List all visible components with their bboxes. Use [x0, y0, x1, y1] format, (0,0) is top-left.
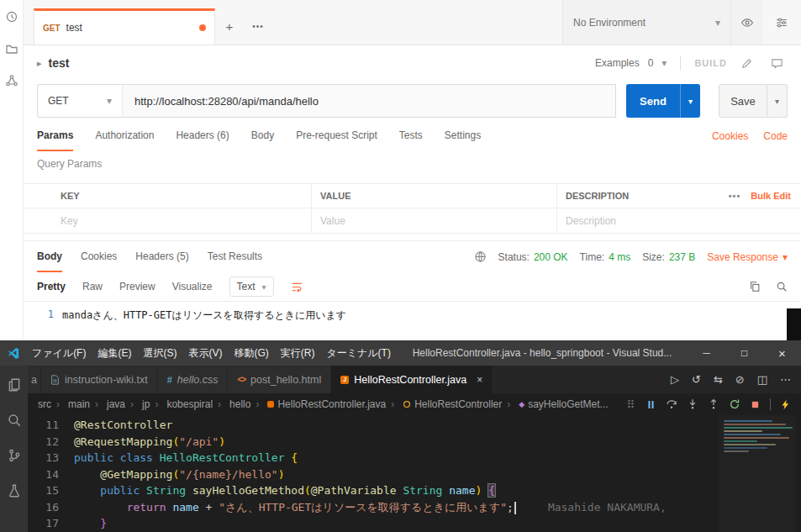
breadcrumb-item[interactable]: src	[38, 398, 51, 410]
compare-icon[interactable]: ⇆	[714, 373, 723, 386]
response-tab-test-results[interactable]: Test Results	[208, 241, 262, 272]
method-selector[interactable]: GET ▾	[37, 84, 123, 118]
save-response-button[interactable]: Save Response▾	[707, 251, 788, 263]
response-line-number: 1	[24, 308, 62, 340]
tab-authorization[interactable]: Authorization	[95, 121, 154, 151]
tab-post-hello-html[interactable]: <> post_hello.html	[228, 366, 331, 393]
maximize-button[interactable]: □	[725, 340, 763, 366]
breadcrumb-item[interactable]: java	[90, 398, 125, 410]
stop-icon[interactable]	[750, 399, 761, 410]
breadcrumb-item[interactable]: hello	[213, 398, 250, 410]
format-selector[interactable]: Text▾	[229, 277, 274, 297]
tab-hellorestcontroller-java[interactable]: J HelloRestController.java ×	[331, 366, 493, 393]
code-link[interactable]: Code	[763, 130, 788, 142]
comments-button[interactable]	[766, 52, 788, 74]
tab-instruction-wiki[interactable]: instruction-wiki.txt	[41, 366, 158, 393]
breadcrumb-item[interactable]: kobespiral	[150, 398, 213, 410]
screen: GET test + ••• No Environment ▾	[0, 0, 801, 532]
view-visualize[interactable]: Visualize	[172, 281, 213, 292]
menu-terminal[interactable]: ターミナル(T)	[320, 340, 396, 366]
breadcrumb-item-class[interactable]: HelloRestController	[386, 398, 502, 410]
menu-selection[interactable]: 選択(S)	[137, 340, 182, 366]
restart-icon[interactable]	[729, 398, 740, 410]
send-options-button[interactable]: ▾	[680, 84, 700, 118]
history-icon[interactable]	[5, 10, 18, 24]
run-file-icon[interactable]: ▷	[671, 373, 679, 386]
tab-headers[interactable]: Headers (6)	[176, 121, 229, 151]
view-raw[interactable]: Raw	[82, 281, 103, 292]
copy-icon[interactable]	[749, 281, 761, 292]
unsaved-dot-icon	[199, 24, 206, 31]
menu-file[interactable]: ファイル(F)	[26, 340, 92, 366]
tab-body[interactable]: Body	[251, 121, 274, 151]
run-history-icon[interactable]: ↺	[692, 373, 701, 386]
search-icon[interactable]	[7, 413, 22, 428]
environment-selector[interactable]: No Environment ▾	[562, 0, 730, 45]
pause-icon[interactable]	[646, 399, 656, 410]
step-into-icon[interactable]	[687, 398, 698, 410]
response-tab-cookies[interactable]: Cookies	[81, 241, 117, 272]
save-options-button[interactable]: ▾	[767, 84, 788, 118]
wrap-text-icon[interactable]	[291, 281, 303, 293]
column-options-button[interactable]: •••	[729, 191, 741, 201]
more-actions-icon[interactable]: ⋯	[780, 373, 791, 386]
tab-method-label: GET	[43, 24, 61, 33]
view-pretty[interactable]: Pretty	[37, 281, 66, 292]
edit-button[interactable]	[735, 52, 757, 74]
drag-grip-icon[interactable]: ⠿	[626, 398, 635, 411]
tab-settings[interactable]: Settings	[445, 121, 481, 151]
search-icon[interactable]	[776, 281, 788, 292]
value-input[interactable]	[320, 215, 548, 227]
step-out-icon[interactable]	[708, 398, 719, 410]
save-button[interactable]: Save	[719, 84, 767, 118]
new-tab-button[interactable]: +	[215, 8, 244, 44]
source-control-icon[interactable]	[7, 448, 22, 463]
chevron-down-icon[interactable]: ▾	[661, 57, 667, 69]
bulk-edit-link[interactable]: Bulk Edit	[751, 191, 791, 201]
explorer-icon[interactable]	[7, 377, 22, 392]
code-editor[interactable]: 11 @RestController 12 @RequestMapping("/…	[28, 415, 801, 532]
tab-label: HelloRestController.java	[354, 374, 466, 386]
menu-run[interactable]: 実行(R)	[275, 340, 321, 366]
cookies-link[interactable]: Cookies	[712, 130, 748, 142]
collapse-caret-icon[interactable]: ▸	[37, 58, 42, 69]
menu-edit[interactable]: 編集(E)	[92, 340, 137, 366]
tab-hello-css[interactable]: # hello.css	[158, 366, 229, 393]
partial-tab[interactable]: a	[28, 366, 41, 393]
api-network-icon[interactable]	[5, 74, 18, 87]
close-tab-icon[interactable]: ×	[477, 374, 482, 386]
minimap[interactable]	[719, 415, 796, 532]
send-button[interactable]: Send	[626, 84, 680, 118]
breadcrumb-item-method[interactable]: ◆sayHelloGetMet...	[502, 398, 608, 410]
chevron-down-icon: ▾	[262, 282, 266, 292]
key-input[interactable]	[61, 215, 303, 227]
code-token	[74, 468, 100, 481]
response-tab-body[interactable]: Body	[37, 241, 62, 272]
tab-options-button[interactable]: •••	[244, 8, 272, 44]
breadcrumb-item-file[interactable]: HelloRestController.java	[250, 398, 386, 410]
tab-prerequest-script[interactable]: Pre-request Script	[296, 121, 377, 151]
code-token: "さん、HTTP-GETはリソースを取得するときに用います"	[219, 501, 507, 514]
request-tab[interactable]: GET test	[34, 8, 215, 45]
breadcrumb-item[interactable]: main	[51, 398, 90, 410]
step-over-icon[interactable]	[666, 398, 677, 410]
settings-button[interactable]	[762, 0, 801, 45]
environment-quick-look-button[interactable]	[730, 0, 762, 45]
tab-tests[interactable]: Tests	[399, 121, 423, 151]
menu-view[interactable]: 表示(V)	[182, 340, 228, 366]
screencast-icon[interactable]: ⊘	[735, 373, 745, 386]
minimize-button[interactable]: ─	[688, 340, 725, 366]
response-tab-headers[interactable]: Headers (5)	[135, 241, 188, 272]
hot-code-replace-icon[interactable]	[780, 399, 791, 410]
description-input[interactable]	[566, 215, 702, 227]
examples-label[interactable]: Examples	[595, 57, 640, 69]
url-input[interactable]	[123, 84, 616, 118]
split-editor-icon[interactable]: ◫	[757, 373, 767, 386]
view-preview[interactable]: Preview	[119, 281, 155, 292]
breadcrumb-item[interactable]: jp	[125, 398, 150, 410]
close-button[interactable]: ×	[763, 340, 801, 366]
menu-go[interactable]: 移動(G)	[228, 340, 274, 366]
tab-params[interactable]: Params	[37, 121, 73, 151]
collections-icon[interactable]	[5, 42, 18, 55]
test-beaker-icon[interactable]	[7, 483, 22, 498]
